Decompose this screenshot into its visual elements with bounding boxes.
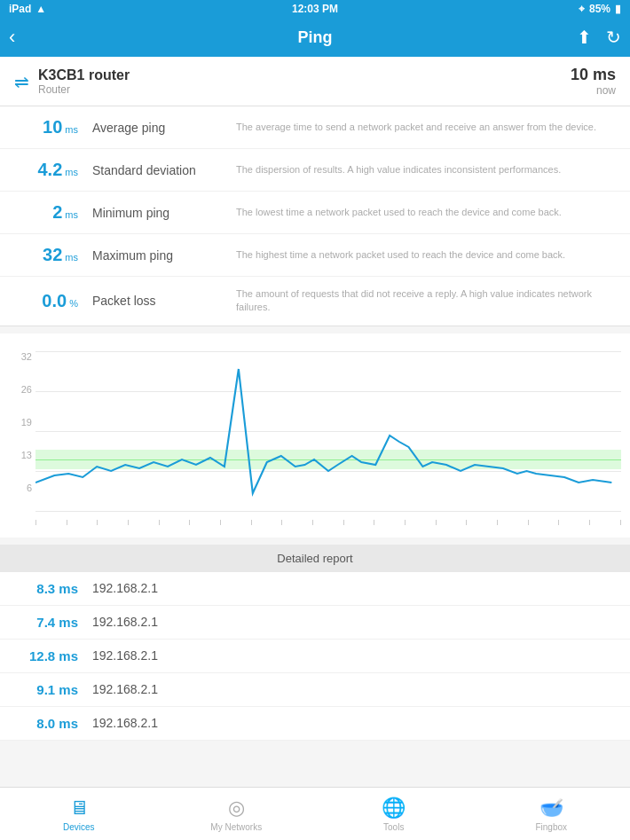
battery-label: 85% bbox=[589, 3, 610, 15]
tab-devices-icon: 🖥 bbox=[69, 797, 89, 820]
stat-desc-2: The lowest time a network packet used to… bbox=[218, 206, 616, 219]
stat-value-4: 0.0 % bbox=[14, 291, 85, 311]
tab-tools-label: Tools bbox=[383, 822, 404, 832]
stat-value-3: 32 ms bbox=[14, 245, 85, 265]
tab-networks-label: My Networks bbox=[210, 822, 262, 832]
report-ping-2: 12.8 ms bbox=[14, 648, 85, 663]
tick-marks bbox=[35, 520, 621, 538]
tick-8 bbox=[251, 520, 252, 525]
chart-section: 32 26 19 13 6 bbox=[0, 334, 630, 538]
report-ip-1: 192.168.2.1 bbox=[85, 615, 158, 629]
tab-networks-icon: ◎ bbox=[228, 797, 245, 820]
stat-desc-1: The dispersion of results. A high value … bbox=[218, 163, 616, 177]
status-bar: iPad ▲ 12:03 PM ⌖ 85% ▮ bbox=[0, 0, 630, 18]
tick-18 bbox=[558, 520, 559, 525]
grid-line-5 bbox=[35, 511, 621, 512]
tab-fingbox-icon: 🥣 bbox=[539, 797, 563, 820]
location-icon: ⌖ bbox=[579, 3, 585, 15]
report-header: Detailed report bbox=[0, 545, 630, 572]
stat-desc-3: The highest time a network packet used t… bbox=[218, 248, 616, 262]
refresh-button[interactable]: ↻ bbox=[606, 27, 621, 48]
stat-desc-0: The average time to send a network packe… bbox=[218, 121, 616, 134]
stat-label-3: Maximum ping bbox=[85, 248, 218, 263]
report-ip-0: 192.168.2.1 bbox=[85, 581, 158, 595]
tab-devices-label: Devices bbox=[63, 822, 95, 832]
device-info: K3CB1 router Router bbox=[38, 67, 130, 96]
stat-row-1: 4.2 msStandard deviationThe dispersion o… bbox=[0, 149, 630, 192]
chart-svg bbox=[35, 351, 621, 511]
stat-value-0: 10 ms bbox=[14, 117, 85, 137]
status-left: iPad ▲ bbox=[9, 3, 46, 15]
stat-label-2: Minimum ping bbox=[85, 206, 218, 220]
share-button[interactable]: ⬆ bbox=[577, 27, 592, 48]
device-left: ⇌ K3CB1 router Router bbox=[14, 67, 130, 96]
y-label-19: 19 bbox=[0, 417, 32, 428]
tick-19 bbox=[589, 520, 590, 525]
tab-devices[interactable]: 🖥 Devices bbox=[0, 797, 158, 832]
nav-bar: ‹ Ping ⬆ ↻ bbox=[0, 18, 630, 57]
shuffle-icon: ⇌ bbox=[14, 71, 29, 92]
stat-desc-4: The amount of requests that did not rece… bbox=[218, 287, 616, 315]
report-row-1: 7.4 ms192.168.2.1 bbox=[0, 606, 630, 640]
stat-value-1: 4.2 ms bbox=[14, 160, 85, 180]
stat-row-3: 32 msMaximum pingThe highest time a netw… bbox=[0, 234, 630, 277]
stat-label-4: Packet loss bbox=[85, 294, 218, 308]
y-label-13: 13 bbox=[0, 450, 32, 460]
report-ping-0: 8.3 ms bbox=[14, 581, 85, 596]
y-label-6: 6 bbox=[0, 483, 32, 493]
device-ping: 10 ms bbox=[571, 66, 616, 84]
device-right: 10 ms now bbox=[571, 66, 616, 97]
report-ping-1: 7.4 ms bbox=[14, 615, 85, 630]
device-type: Router bbox=[38, 83, 130, 96]
tick-7 bbox=[220, 520, 221, 525]
battery-icon: ▮ bbox=[615, 3, 621, 15]
device-time: now bbox=[571, 84, 616, 97]
tick-11 bbox=[343, 520, 344, 525]
stat-row-4: 0.0 %Packet lossThe amount of requests t… bbox=[0, 277, 630, 326]
tick-16 bbox=[497, 520, 498, 525]
report-ping-4: 8.0 ms bbox=[14, 716, 85, 731]
tick-14 bbox=[436, 520, 437, 525]
tick-5 bbox=[159, 520, 160, 525]
stat-label-1: Standard deviation bbox=[85, 163, 218, 177]
tab-my-networks[interactable]: ◎ My Networks bbox=[158, 797, 316, 832]
tab-tools[interactable]: 🌐 Tools bbox=[315, 797, 473, 832]
chart-line bbox=[35, 369, 611, 493]
report-row-3: 9.1 ms192.168.2.1 bbox=[0, 673, 630, 707]
tick-6 bbox=[189, 520, 190, 525]
back-button[interactable]: ‹ bbox=[9, 26, 35, 49]
tick-17 bbox=[528, 520, 529, 525]
tick-13 bbox=[405, 520, 406, 525]
tick-15 bbox=[466, 520, 467, 525]
nav-title: Ping bbox=[298, 28, 333, 47]
report-ip-4: 192.168.2.1 bbox=[85, 716, 158, 730]
report-ip-2: 192.168.2.1 bbox=[85, 648, 158, 663]
report-ip-3: 192.168.2.1 bbox=[85, 682, 158, 696]
device-name: K3CB1 router bbox=[38, 67, 130, 83]
wifi-icon: ▲ bbox=[35, 3, 46, 15]
tick-4 bbox=[128, 520, 129, 525]
status-right: ⌖ 85% ▮ bbox=[579, 3, 621, 15]
tick-2 bbox=[67, 520, 67, 525]
carrier-label: iPad bbox=[9, 3, 31, 15]
nav-actions: ⬆ ↻ bbox=[577, 27, 621, 48]
tick-12 bbox=[374, 520, 374, 525]
report-row-2: 12.8 ms192.168.2.1 bbox=[0, 640, 630, 673]
y-label-32: 32 bbox=[0, 351, 32, 362]
tick-9 bbox=[281, 520, 282, 525]
stat-value-2: 2 ms bbox=[14, 202, 85, 223]
stats-section: 10 msAverage pingThe average time to sen… bbox=[0, 106, 630, 326]
status-time: 12:03 PM bbox=[292, 3, 338, 15]
device-header: ⇌ K3CB1 router Router 10 ms now bbox=[0, 57, 630, 106]
report-section: Detailed report 8.3 ms192.168.2.17.4 ms1… bbox=[0, 545, 630, 741]
stat-row-2: 2 msMinimum pingThe lowest time a networ… bbox=[0, 192, 630, 234]
report-row-0: 8.3 ms192.168.2.1 bbox=[0, 572, 630, 606]
report-row-4: 8.0 ms192.168.2.1 bbox=[0, 707, 630, 741]
tab-fingbox-label: Fingbox bbox=[535, 822, 567, 832]
scroll-content: ⇌ K3CB1 router Router 10 ms now 10 msAve… bbox=[0, 57, 630, 787]
tab-fingbox[interactable]: 🥣 Fingbox bbox=[473, 797, 631, 832]
tab-bar: 🖥 Devices ◎ My Networks 🌐 Tools 🥣 Fingbo… bbox=[0, 787, 630, 840]
tick-3 bbox=[97, 520, 98, 525]
tick-1 bbox=[35, 520, 36, 525]
tab-tools-icon: 🌐 bbox=[382, 797, 406, 820]
